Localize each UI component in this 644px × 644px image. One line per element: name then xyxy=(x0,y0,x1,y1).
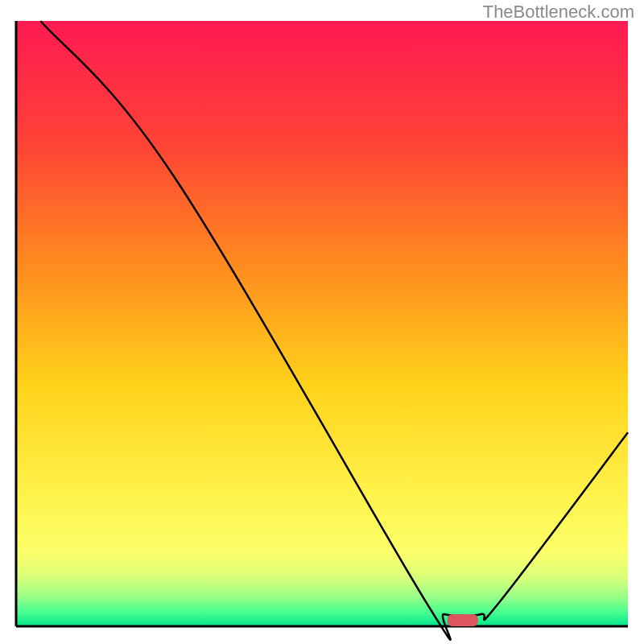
watermark-text: TheBottleneck.com xyxy=(483,2,634,23)
chart-container: TheBottleneck.com xyxy=(0,0,644,644)
bottleneck-chart xyxy=(0,0,644,644)
optimum-marker xyxy=(448,614,478,626)
plot-background xyxy=(16,21,628,626)
